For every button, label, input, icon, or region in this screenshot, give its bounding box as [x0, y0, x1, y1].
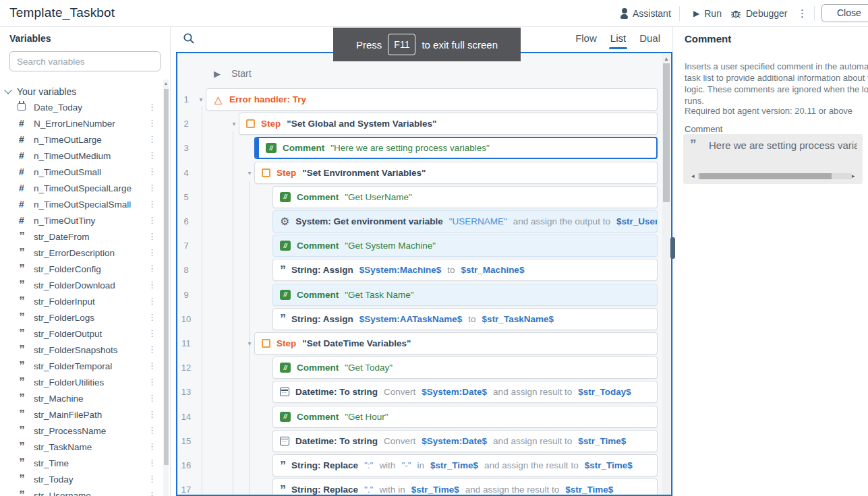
action-row-7[interactable]: //Comment"Get System Machine" — [272, 235, 658, 257]
your-variables-group-header[interactable]: Your variables — [5, 86, 76, 97]
panel-resize-handle[interactable] — [670, 237, 675, 259]
action-row-10[interactable]: ”String: Assign$System:AATaskName$to$str… — [272, 308, 658, 330]
variable-options-menu[interactable]: ⋮ — [148, 377, 156, 387]
scroll-up-arrow-icon[interactable]: ▲ — [662, 56, 670, 62]
scrollbar-track[interactable] — [698, 173, 852, 179]
variable-options-menu[interactable]: ⋮ — [148, 328, 156, 338]
variable-item-str_FolderTemporal[interactable]: ”str_FolderTemporal⋮ — [0, 358, 162, 374]
close-button[interactable]: Close — [821, 4, 868, 22]
variable-name: str_FolderOutput — [34, 329, 102, 339]
variable-options-menu[interactable]: ⋮ — [148, 134, 156, 144]
variable-options-menu[interactable]: ⋮ — [148, 441, 156, 452]
variable-item-str_FolderConfig[interactable]: ”str_FolderConfig⋮ — [0, 261, 162, 277]
comment-horizontal-scrollbar[interactable]: ◂ ▸ — [691, 173, 859, 179]
assistant-button[interactable]: Assistant — [620, 0, 671, 27]
variable-item-n_TimeOutLarge[interactable]: #n_TimeOutLarge⋮ — [0, 131, 162, 148]
action-row-1[interactable]: △Error handler: Try — [206, 88, 658, 111]
variable-options-menu[interactable]: ⋮ — [148, 409, 156, 419]
tab-flow[interactable]: Flow — [575, 32, 597, 49]
scroll-up-arrow-icon[interactable]: ▲ — [163, 81, 169, 86]
search-variables-input[interactable] — [9, 51, 161, 71]
collapse-chevron-icon[interactable]: ▾ — [229, 113, 239, 135]
comment-field[interactable]: ” Here we are setting process variables … — [683, 134, 863, 184]
action-row-3[interactable]: //Comment"Here we are setting process va… — [254, 137, 658, 159]
scroll-left-arrow-icon[interactable]: ◂ — [691, 173, 698, 179]
action-text-segment: $str_Time$ — [565, 485, 613, 495]
variable-item-str_FolderLogs[interactable]: ”str_FolderLogs⋮ — [0, 309, 162, 326]
line-number: 1 — [177, 88, 195, 111]
variable-item-n_TimeOutSpecialSmall[interactable]: #n_TimeOutSpecialSmall⋮ — [0, 196, 162, 212]
variable-options-menu[interactable]: ⋮ — [148, 102, 156, 112]
variable-item-str_FolderUtilities[interactable]: ”str_FolderUtilities⋮ — [0, 374, 162, 390]
scrollbar-thumb[interactable] — [699, 173, 832, 179]
collapse-chevron-icon[interactable]: ▾ — [245, 332, 254, 354]
variable-item-str_MainFilePath[interactable]: ”str_MainFilePath⋮ — [0, 406, 162, 423]
action-row-17[interactable]: ”String: Replace"."with in$str_Time$and … — [272, 478, 658, 496]
action-row-12[interactable]: //Comment"Get Today" — [272, 356, 658, 379]
variable-item-str_ProcessName[interactable]: ”str_ProcessName⋮ — [0, 423, 162, 439]
sidebar-scrollbar-thumb[interactable] — [164, 89, 169, 465]
more-actions-menu[interactable]: ⋮ — [797, 0, 807, 27]
variable-name: str_FolderDownload — [34, 280, 115, 290]
action-row-11[interactable]: Step"Set DateTime Variables" — [254, 332, 658, 354]
variable-item-n_TimeOutSmall[interactable]: #n_TimeOutSmall⋮ — [0, 164, 162, 180]
variable-item-str_Time[interactable]: ”str_Time⋮ — [0, 455, 162, 471]
search-icon[interactable] — [183, 32, 195, 44]
variable-item-str_FolderOutput[interactable]: ”str_FolderOutput⋮ — [0, 326, 162, 342]
string-icon: ” — [15, 279, 28, 291]
variable-options-menu[interactable]: ⋮ — [148, 393, 156, 403]
action-row-14[interactable]: //Comment"Get Hour" — [272, 406, 658, 428]
variable-item-str_DateFrom[interactable]: ”str_DateFrom⋮ — [0, 228, 162, 245]
action-row-6[interactable]: ⚙System: Get environment variable"USERNA… — [272, 210, 658, 232]
tab-list[interactable]: List — [610, 32, 626, 49]
variable-options-menu[interactable]: ⋮ — [148, 118, 156, 128]
variable-options-menu[interactable]: ⋮ — [148, 361, 156, 371]
variable-options-menu[interactable]: ⋮ — [148, 215, 156, 225]
variable-options-menu[interactable]: ⋮ — [148, 280, 156, 290]
run-button[interactable]: ▶ Run — [693, 0, 722, 27]
variable-options-menu[interactable]: ⋮ — [148, 490, 156, 496]
variable-item-Date_Today[interactable]: Date_Today⋮ — [0, 99, 162, 115]
variable-item-n_TimeOutSpecialLarge[interactable]: #n_TimeOutSpecialLarge⋮ — [0, 180, 162, 196]
variable-options-menu[interactable]: ⋮ — [148, 199, 156, 209]
variable-options-menu[interactable]: ⋮ — [148, 150, 156, 160]
collapse-chevron-icon[interactable]: ▾ — [245, 162, 254, 184]
debugger-button[interactable]: Debugger — [730, 0, 788, 27]
variable-item-str_FolderSnapshots[interactable]: ”str_FolderSnapshots⋮ — [0, 342, 162, 358]
variable-item-n_TimeOutMedium[interactable]: #n_TimeOutMedium⋮ — [0, 148, 162, 164]
editor-scrollbar-thumb[interactable] — [663, 63, 670, 202]
variable-item-str_Machine[interactable]: ”str_Machine⋮ — [0, 390, 162, 406]
editor-scrollbar[interactable]: ▲ — [662, 54, 670, 495]
action-row-13[interactable]: Datetime: To stringConvert$System:Date$a… — [272, 381, 658, 403]
action-row-9[interactable]: //Comment"Get Task Name" — [272, 284, 658, 306]
action-row-5[interactable]: //Comment"Get UserName" — [272, 186, 658, 208]
variable-options-menu[interactable]: ⋮ — [148, 344, 156, 354]
variable-options-menu[interactable]: ⋮ — [148, 312, 156, 322]
collapse-chevron-icon[interactable]: ▾ — [196, 88, 206, 111]
variable-options-menu[interactable]: ⋮ — [148, 296, 156, 306]
variable-options-menu[interactable]: ⋮ — [148, 425, 156, 435]
variable-options-menu[interactable]: ⋮ — [148, 247, 156, 257]
variable-item-str_Today[interactable]: ”str_Today⋮ — [0, 471, 162, 487]
variable-item-str_FolderInput[interactable]: ”str_FolderInput⋮ — [0, 293, 162, 309]
variable-options-menu[interactable]: ⋮ — [148, 166, 156, 177]
action-row-8[interactable]: ”String: Assign$System:Machine$to$str_Ma… — [272, 259, 658, 281]
variable-item-str_FolderDownload[interactable]: ”str_FolderDownload⋮ — [0, 277, 162, 293]
tab-dual[interactable]: Dual — [639, 32, 660, 49]
variable-item-N_ErrorLineNumber[interactable]: #N_ErrorLineNumber⋮ — [0, 115, 162, 131]
action-row-16[interactable]: ”String: Replace":"with"-"in$str_Time$an… — [272, 454, 658, 476]
scroll-right-arrow-icon[interactable]: ▸ — [852, 173, 859, 179]
variable-options-menu[interactable]: ⋮ — [148, 474, 156, 484]
variable-item-str_TaskName[interactable]: ”str_TaskName⋮ — [0, 439, 162, 455]
variable-options-menu[interactable]: ⋮ — [148, 264, 156, 274]
action-row-15[interactable]: Datetime: To stringConvert$System:Date$a… — [272, 430, 658, 452]
variable-options-menu[interactable]: ⋮ — [148, 231, 156, 241]
sidebar-scrollbar[interactable]: ▲ — [163, 80, 169, 496]
variable-item-n_TimeOutTiny[interactable]: #n_TimeOutTiny⋮ — [0, 212, 162, 228]
variable-options-menu[interactable]: ⋮ — [148, 458, 156, 468]
variable-item-str_ErrorDescription[interactable]: ”str_ErrorDescription⋮ — [0, 245, 162, 261]
variable-options-menu[interactable]: ⋮ — [148, 183, 156, 193]
action-row-2[interactable]: Step"Set Global and System Variables" — [239, 113, 658, 135]
variable-item-str_Username[interactable]: ”str_Username⋮ — [0, 487, 162, 496]
action-row-4[interactable]: Step"Set Environment Variables" — [254, 162, 658, 184]
